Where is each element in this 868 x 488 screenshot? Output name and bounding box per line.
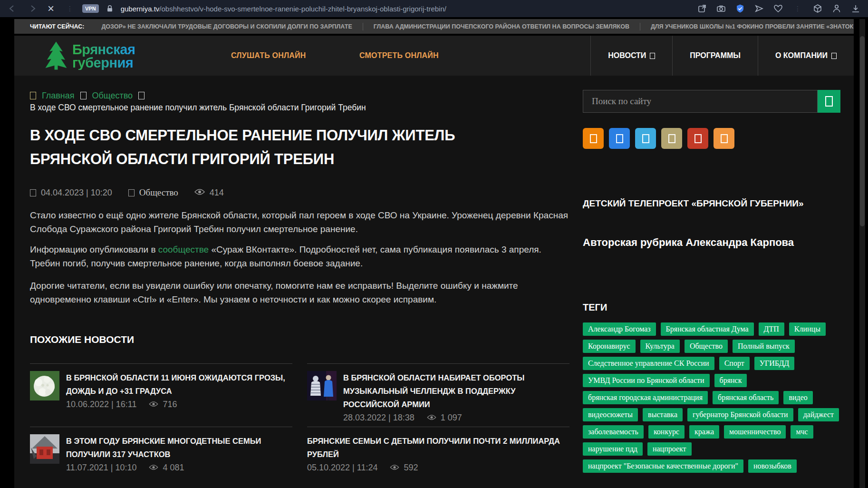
downloads-icon[interactable] — [851, 4, 860, 13]
main-navigation: НОВОСТИ ПРОГРАММЫ О КОМПАНИИ — [590, 36, 854, 76]
address-bar[interactable]: guberniya.tv/obshhestvo/v-hode-svo-smert… — [121, 5, 446, 13]
related-views: 4 081 — [163, 463, 184, 473]
listen-online-link[interactable]: СЛУШАТЬ ОНЛАЙН — [231, 36, 306, 76]
lock-icon[interactable] — [106, 4, 114, 13]
tag[interactable]: Брянская областная Дума — [661, 322, 754, 336]
related-meta: 11.07.2021 | 10:10 4 081 — [66, 463, 292, 473]
tag[interactable]: видео — [783, 391, 812, 404]
stage-performers-thumbnail[interactable] — [307, 371, 337, 400]
tag[interactable]: мошенничество — [724, 425, 786, 439]
scrollbar-thumb[interactable] — [860, 36, 865, 226]
tag[interactable]: новозыбков — [748, 459, 797, 473]
nav-about[interactable]: О КОМПАНИИ — [758, 36, 854, 76]
tag[interactable]: видеосюжеты — [583, 408, 638, 421]
tag[interactable]: Спорт — [719, 357, 750, 370]
dropdown-arrow-icon — [650, 53, 655, 59]
tag[interactable]: ДТП — [759, 322, 784, 336]
tag[interactable]: Коронавирус — [583, 340, 636, 353]
related-title[interactable]: В БРЯНСКОЙ ОБЛАСТИ НАБИРАЕТ ОБОРОТЫ МУЗЫ… — [343, 371, 569, 411]
nav-about-label: О КОМПАНИИ — [775, 51, 828, 60]
tag[interactable]: Следственное управление СК России — [583, 357, 714, 370]
extensions-cube-icon[interactable] — [813, 4, 822, 13]
actions-divider: ⋮ — [794, 5, 801, 12]
tag[interactable]: УМВД России по Брянской области — [583, 374, 710, 387]
breadcrumb-section[interactable]: Общество — [92, 91, 133, 101]
social-button-4[interactable] — [661, 128, 682, 149]
tag[interactable]: Общество — [685, 340, 728, 353]
tag[interactable]: УГИБДД — [754, 357, 795, 370]
tag[interactable]: конкурс — [648, 425, 685, 439]
tag[interactable]: Клинцы — [789, 322, 826, 336]
related-item[interactable]: В БРЯНСКОЙ ОБЛАСТИ 11 ИЮНЯ ОЖИДАЮТСЯ ГРО… — [30, 363, 292, 423]
social-button-5[interactable] — [687, 128, 708, 149]
url-path: /obshhestvo/v-hode-svo-smertelnoe-raneni… — [159, 5, 446, 13]
related-item[interactable]: В ЭТОМ ГОДУ БРЯНСКИЕ МНОГОДЕТНЫЕ СЕМЬИ П… — [30, 427, 292, 473]
screenshot-camera-icon[interactable] — [716, 4, 726, 13]
paragraph: Стало известно о ещё одно жителе Брянско… — [30, 208, 569, 236]
site-header: Брянская губерния СЛУШАТЬ ОНЛАЙН СМОТРЕТ… — [14, 36, 854, 76]
author-column-link[interactable]: Авторская рубрика Александра Карпова — [583, 236, 840, 249]
paragraph-text: Информацию опубликовали в — [30, 244, 158, 254]
profile-icon[interactable] — [832, 4, 841, 13]
send-icon[interactable] — [754, 4, 764, 13]
related-title[interactable]: В БРЯНСКОЙ ОБЛАСТИ 11 ИЮНЯ ОЖИДАЮТСЯ ГРО… — [66, 371, 292, 398]
related-meta: 10.06.2022 | 16:11 716 — [66, 400, 292, 410]
site-logo[interactable]: Брянская губерния — [44, 40, 135, 73]
social-button-2[interactable] — [609, 128, 630, 149]
tag[interactable]: выставка — [643, 408, 683, 421]
related-date: 11.07.2021 | 10:10 — [66, 463, 136, 473]
close-tab-icon[interactable]: × — [48, 4, 54, 13]
vpn-badge[interactable]: VPN — [82, 4, 99, 13]
site-search — [583, 90, 840, 113]
forward-icon[interactable] — [28, 4, 37, 13]
social-button-3[interactable] — [635, 128, 656, 149]
tag[interactable]: мчс — [791, 425, 813, 439]
breadcrumb-current: В ходе СВО смертельное ранение получил ж… — [30, 103, 569, 114]
kids-teleproject-link[interactable]: ДЕТСКИЙ ТЕЛЕПРОЕКТ «БРЯНСКОЙ ГУБЕРНИИ» — [583, 198, 840, 209]
dropdown-arrow-icon — [831, 53, 837, 59]
related-item[interactable]: БРЯНСКИЕ СЕМЬИ С ДЕТЬМИ ПОЛУЧИЛИ ПОЧТИ 2… — [307, 427, 569, 473]
tag[interactable]: Александр Богомаз — [583, 322, 656, 336]
eye-icon — [149, 463, 158, 473]
favorites-heart-icon[interactable] — [773, 4, 783, 13]
tag[interactable]: дайджест — [798, 408, 839, 421]
red-house-thumbnail[interactable] — [30, 434, 59, 464]
community-link[interactable]: сообществе — [158, 244, 209, 254]
tag[interactable]: брянск — [714, 374, 747, 387]
ticker-item[interactable]: ДОЗОР» НЕ ЗАКЛЮЧАЛИ ТРУДОВЫЕ ДОГОВОРЫ И … — [91, 23, 362, 30]
tag[interactable]: заболеваемость — [583, 425, 644, 439]
search-button[interactable] — [818, 90, 840, 113]
ticker-item[interactable]: ДЛЯ УЧЕНИКОВ ШКОЛЫ №1 ФОКИНО ПРОВЕЛИ ЗАН… — [640, 23, 854, 30]
watch-online-link[interactable]: СМОТРЕТЬ ОНЛАЙН — [359, 36, 439, 76]
tag[interactable]: нацпроект "Безопасные качественные дорог… — [583, 459, 743, 473]
back-icon[interactable] — [8, 4, 17, 13]
social-button-6[interactable] — [714, 128, 734, 149]
nav-news[interactable]: НОВОСТИ — [590, 36, 672, 76]
share-edit-icon[interactable] — [697, 4, 707, 13]
breadcrumb-home[interactable]: Главная — [42, 91, 75, 101]
ticker-item[interactable]: ГЛАВА АДМИНИСТРАЦИИ ПОЧЕПСКОГО РАЙОНА ОТ… — [363, 23, 640, 30]
article-category[interactable]: Общество — [139, 187, 178, 198]
protect-shield-icon[interactable] — [735, 4, 745, 13]
tag[interactable]: Культура — [640, 340, 680, 353]
search-input[interactable] — [583, 90, 818, 113]
related-title[interactable]: БРЯНСКИЕ СЕМЬИ С ДЕТЬМИ ПОЛУЧИЛИ ПОЧТИ 2… — [307, 434, 569, 461]
tag[interactable]: нарушение пдд — [583, 442, 643, 456]
sidebar: ДЕТСКИЙ ТЕЛЕПРОЕКТ «БРЯНСКОЙ ГУБЕРНИИ» А… — [583, 90, 840, 473]
tag[interactable]: брянская городская администрация — [583, 391, 708, 404]
nav-programs[interactable]: ПРОГРАММЫ — [672, 36, 758, 76]
white-flowers-thumbnail[interactable] — [30, 371, 59, 400]
tag[interactable]: губернатор Брянской области — [687, 408, 793, 421]
tag[interactable]: брянская область — [713, 391, 779, 404]
tag[interactable]: Полный выпуск — [733, 340, 795, 353]
social-button-1[interactable] — [583, 128, 604, 149]
tags-heading: ТЕГИ — [583, 302, 840, 313]
tag[interactable]: кража — [689, 425, 719, 439]
page-scrollbar[interactable] — [859, 19, 865, 488]
related-title[interactable]: В ЭТОМ ГОДУ БРЯНСКИЕ МНОГОДЕТНЫЕ СЕМЬИ П… — [66, 434, 292, 461]
related-item[interactable]: В БРЯНСКОЙ ОБЛАСТИ НАБИРАЕТ ОБОРОТЫ МУЗЫ… — [307, 363, 569, 423]
related-date: 05.10.2022 | 11:24 — [307, 463, 377, 473]
tag[interactable]: нацпроект — [647, 442, 692, 456]
article-meta: 04.04.2023 | 10:20 Общество 414 — [30, 187, 569, 198]
related-views: 1 097 — [441, 413, 462, 423]
